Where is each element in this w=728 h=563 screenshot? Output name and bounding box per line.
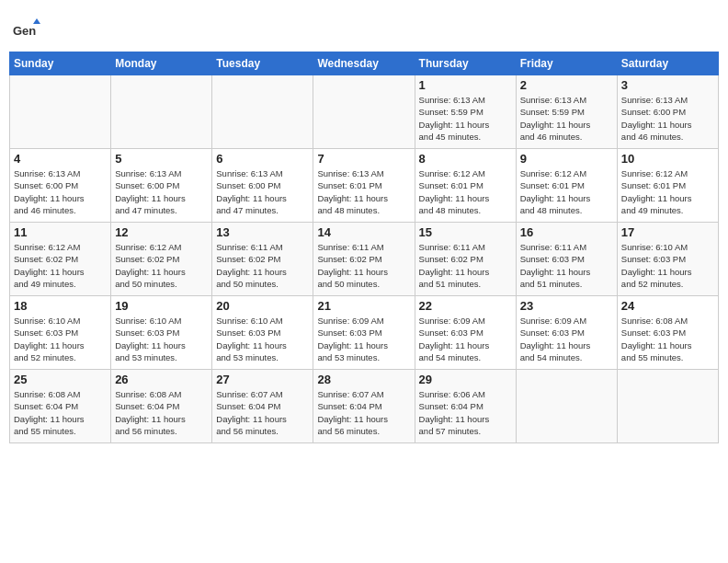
calendar-cell: 3Sunrise: 6:13 AM Sunset: 6:00 PM Daylig… xyxy=(617,75,718,149)
calendar-cell xyxy=(313,75,415,149)
day-info: Sunrise: 6:13 AM Sunset: 6:00 PM Dayligh… xyxy=(14,167,107,216)
day-info: Sunrise: 6:12 AM Sunset: 6:02 PM Dayligh… xyxy=(14,241,107,290)
calendar-cell: 25Sunrise: 6:08 AM Sunset: 6:04 PM Dayli… xyxy=(10,370,111,443)
day-info: Sunrise: 6:13 AM Sunset: 6:00 PM Dayligh… xyxy=(621,94,714,143)
day-number: 9 xyxy=(520,152,613,166)
calendar-cell: 4Sunrise: 6:13 AM Sunset: 6:00 PM Daylig… xyxy=(10,149,111,223)
svg-marker-1 xyxy=(33,18,40,24)
day-info: Sunrise: 6:08 AM Sunset: 6:04 PM Dayligh… xyxy=(115,388,208,437)
day-number: 13 xyxy=(216,225,309,239)
calendar-cell: 2Sunrise: 6:13 AM Sunset: 5:59 PM Daylig… xyxy=(516,75,617,149)
calendar-cell xyxy=(212,75,313,149)
day-info: Sunrise: 6:10 AM Sunset: 6:03 PM Dayligh… xyxy=(216,315,309,363)
calendar-cell: 18Sunrise: 6:10 AM Sunset: 6:03 PM Dayli… xyxy=(10,296,111,370)
calendar-cell: 7Sunrise: 6:13 AM Sunset: 6:01 PM Daylig… xyxy=(313,149,415,223)
day-number: 27 xyxy=(216,373,309,386)
calendar-week-4: 18Sunrise: 6:10 AM Sunset: 6:03 PM Dayli… xyxy=(10,296,719,370)
day-number: 14 xyxy=(317,225,410,239)
day-number: 28 xyxy=(317,373,410,386)
weekday-header-tuesday: Tuesday xyxy=(212,52,313,75)
calendar-cell: 20Sunrise: 6:10 AM Sunset: 6:03 PM Dayli… xyxy=(212,296,313,370)
calendar-table: SundayMondayTuesdayWednesdayThursdayFrid… xyxy=(9,52,719,443)
day-number: 20 xyxy=(216,299,309,313)
day-info: Sunrise: 6:09 AM Sunset: 6:03 PM Dayligh… xyxy=(520,315,613,363)
svg-text:Gen: Gen xyxy=(13,24,36,38)
day-info: Sunrise: 6:11 AM Sunset: 6:02 PM Dayligh… xyxy=(216,241,309,290)
calendar-cell: 28Sunrise: 6:07 AM Sunset: 6:04 PM Dayli… xyxy=(313,370,415,443)
day-info: Sunrise: 6:06 AM Sunset: 6:04 PM Dayligh… xyxy=(419,388,512,437)
day-number: 1 xyxy=(419,78,512,92)
calendar-cell: 29Sunrise: 6:06 AM Sunset: 6:04 PM Dayli… xyxy=(415,370,516,443)
day-info: Sunrise: 6:10 AM Sunset: 6:03 PM Dayligh… xyxy=(621,241,714,290)
day-info: Sunrise: 6:12 AM Sunset: 6:01 PM Dayligh… xyxy=(621,167,714,216)
day-info: Sunrise: 6:12 AM Sunset: 6:01 PM Dayligh… xyxy=(520,167,613,216)
calendar-cell: 13Sunrise: 6:11 AM Sunset: 6:02 PM Dayli… xyxy=(212,223,313,296)
day-info: Sunrise: 6:08 AM Sunset: 6:03 PM Dayligh… xyxy=(621,315,714,363)
logo-icon: Gen xyxy=(13,17,40,44)
weekday-header-friday: Friday xyxy=(516,52,617,75)
day-info: Sunrise: 6:11 AM Sunset: 6:02 PM Dayligh… xyxy=(419,241,512,290)
day-number: 25 xyxy=(14,373,107,386)
calendar-cell: 12Sunrise: 6:12 AM Sunset: 6:02 PM Dayli… xyxy=(111,223,212,296)
day-info: Sunrise: 6:10 AM Sunset: 6:03 PM Dayligh… xyxy=(14,315,107,363)
calendar-cell xyxy=(10,75,111,149)
day-number: 15 xyxy=(419,225,512,239)
day-info: Sunrise: 6:07 AM Sunset: 6:04 PM Dayligh… xyxy=(317,388,410,437)
calendar-cell: 5Sunrise: 6:13 AM Sunset: 6:00 PM Daylig… xyxy=(111,149,212,223)
day-info: Sunrise: 6:13 AM Sunset: 6:00 PM Dayligh… xyxy=(115,167,208,216)
day-number: 23 xyxy=(520,299,613,313)
day-number: 6 xyxy=(216,152,309,166)
day-info: Sunrise: 6:07 AM Sunset: 6:04 PM Dayligh… xyxy=(216,388,309,437)
calendar-cell: 14Sunrise: 6:11 AM Sunset: 6:02 PM Dayli… xyxy=(313,223,415,296)
weekday-header-saturday: Saturday xyxy=(617,52,718,75)
day-info: Sunrise: 6:10 AM Sunset: 6:03 PM Dayligh… xyxy=(115,315,208,363)
day-number: 4 xyxy=(14,152,107,166)
day-number: 7 xyxy=(317,152,410,166)
calendar-week-5: 25Sunrise: 6:08 AM Sunset: 6:04 PM Dayli… xyxy=(10,370,719,443)
day-info: Sunrise: 6:11 AM Sunset: 6:02 PM Dayligh… xyxy=(317,241,410,290)
day-number: 21 xyxy=(317,299,410,313)
calendar-week-2: 4Sunrise: 6:13 AM Sunset: 6:00 PM Daylig… xyxy=(10,149,719,223)
weekday-header-wednesday: Wednesday xyxy=(313,52,415,75)
calendar-cell: 8Sunrise: 6:12 AM Sunset: 6:01 PM Daylig… xyxy=(415,149,516,223)
calendar-cell: 24Sunrise: 6:08 AM Sunset: 6:03 PM Dayli… xyxy=(617,296,718,370)
day-number: 29 xyxy=(419,373,512,386)
calendar-cell: 10Sunrise: 6:12 AM Sunset: 6:01 PM Dayli… xyxy=(617,149,718,223)
day-number: 22 xyxy=(419,299,512,313)
day-info: Sunrise: 6:08 AM Sunset: 6:04 PM Dayligh… xyxy=(14,388,107,437)
calendar-cell xyxy=(617,370,718,443)
calendar-cell: 11Sunrise: 6:12 AM Sunset: 6:02 PM Dayli… xyxy=(10,223,111,296)
calendar-cell: 21Sunrise: 6:09 AM Sunset: 6:03 PM Dayli… xyxy=(313,296,415,370)
day-number: 19 xyxy=(115,299,208,313)
day-info: Sunrise: 6:12 AM Sunset: 6:01 PM Dayligh… xyxy=(419,167,512,216)
day-number: 26 xyxy=(115,373,208,386)
day-number: 8 xyxy=(419,152,512,166)
calendar-cell: 19Sunrise: 6:10 AM Sunset: 6:03 PM Dayli… xyxy=(111,296,212,370)
calendar-cell: 22Sunrise: 6:09 AM Sunset: 6:03 PM Dayli… xyxy=(415,296,516,370)
calendar-cell: 27Sunrise: 6:07 AM Sunset: 6:04 PM Dayli… xyxy=(212,370,313,443)
calendar-cell: 6Sunrise: 6:13 AM Sunset: 6:00 PM Daylig… xyxy=(212,149,313,223)
calendar-cell: 1Sunrise: 6:13 AM Sunset: 5:59 PM Daylig… xyxy=(415,75,516,149)
calendar-cell: 23Sunrise: 6:09 AM Sunset: 6:03 PM Dayli… xyxy=(516,296,617,370)
day-number: 18 xyxy=(14,299,107,313)
calendar-week-1: 1Sunrise: 6:13 AM Sunset: 5:59 PM Daylig… xyxy=(10,75,719,149)
day-info: Sunrise: 6:12 AM Sunset: 6:02 PM Dayligh… xyxy=(115,241,208,290)
page-header: Gen xyxy=(9,9,719,44)
calendar-cell: 26Sunrise: 6:08 AM Sunset: 6:04 PM Dayli… xyxy=(111,370,212,443)
day-number: 10 xyxy=(621,152,714,166)
day-info: Sunrise: 6:11 AM Sunset: 6:03 PM Dayligh… xyxy=(520,241,613,290)
calendar-cell: 9Sunrise: 6:12 AM Sunset: 6:01 PM Daylig… xyxy=(516,149,617,223)
day-number: 11 xyxy=(14,225,107,239)
calendar-cell: 15Sunrise: 6:11 AM Sunset: 6:02 PM Dayli… xyxy=(415,223,516,296)
day-info: Sunrise: 6:13 AM Sunset: 5:59 PM Dayligh… xyxy=(419,94,512,143)
weekday-header-thursday: Thursday xyxy=(415,52,516,75)
day-number: 24 xyxy=(621,299,714,313)
day-number: 12 xyxy=(115,225,208,239)
calendar-cell xyxy=(111,75,212,149)
weekday-header-monday: Monday xyxy=(111,52,212,75)
day-info: Sunrise: 6:13 AM Sunset: 6:01 PM Dayligh… xyxy=(317,167,410,216)
day-number: 3 xyxy=(621,78,714,92)
day-info: Sunrise: 6:09 AM Sunset: 6:03 PM Dayligh… xyxy=(419,315,512,363)
day-number: 2 xyxy=(520,78,613,92)
day-info: Sunrise: 6:09 AM Sunset: 6:03 PM Dayligh… xyxy=(317,315,410,363)
